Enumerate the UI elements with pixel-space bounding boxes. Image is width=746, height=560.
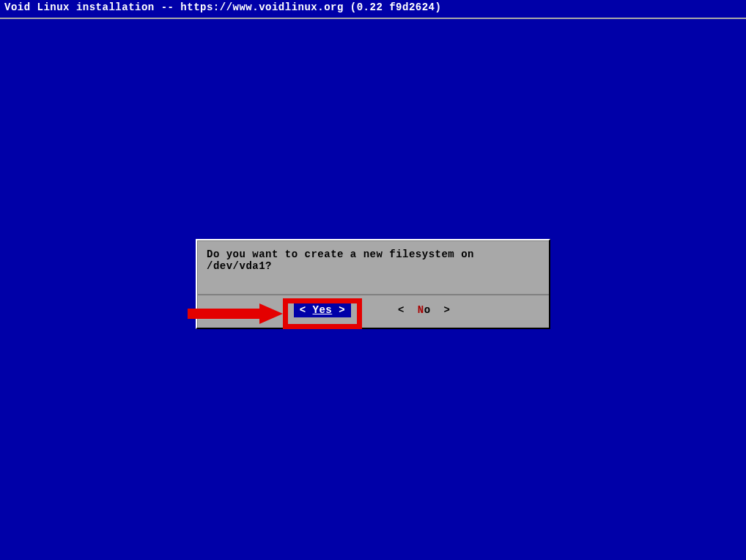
confirmation-dialog: Do you want to create a new filesystem o…	[196, 239, 550, 329]
dialog-inner: Do you want to create a new filesystem o…	[197, 240, 549, 328]
dialog-button-row: < Yes > < No >	[198, 295, 549, 328]
yes-button[interactable]: < Yes >	[294, 303, 351, 317]
header-title: Void Linux installation -- https://www.v…	[0, 0, 746, 15]
dialog-message: Do you want to create a new filesystem o…	[198, 241, 549, 294]
no-button[interactable]: < No >	[395, 303, 453, 317]
header-divider	[0, 18, 746, 19]
